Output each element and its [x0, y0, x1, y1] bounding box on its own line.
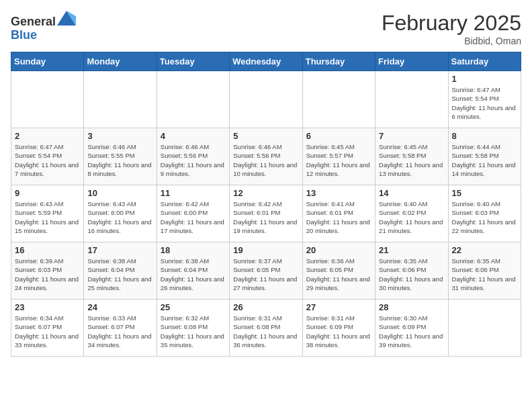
- day-info: Sunrise: 6:45 AMSunset: 5:57 PMDaylight:…: [306, 142, 371, 178]
- calendar-cell: 3Sunrise: 6:46 AMSunset: 5:55 PMDaylight…: [84, 128, 157, 185]
- day-number: 8: [452, 131, 517, 141]
- calendar-cell: 9Sunrise: 6:43 AMSunset: 5:59 PMDaylight…: [11, 185, 84, 242]
- logo-general-text: General: [11, 15, 56, 28]
- calendar-cell: 8Sunrise: 6:44 AMSunset: 5:58 PMDaylight…: [448, 128, 521, 185]
- day-number: 26: [233, 302, 298, 312]
- calendar-cell: [84, 71, 157, 128]
- day-info: Sunrise: 6:41 AMSunset: 6:01 PMDaylight:…: [306, 199, 371, 235]
- calendar-cell: 6Sunrise: 6:45 AMSunset: 5:57 PMDaylight…: [302, 128, 375, 185]
- day-number: 25: [161, 302, 226, 312]
- logo-blue-text: Blue: [11, 28, 37, 42]
- day-info: Sunrise: 6:42 AMSunset: 6:00 PMDaylight:…: [161, 199, 226, 235]
- calendar-cell: 17Sunrise: 6:38 AMSunset: 6:04 PMDayligh…: [84, 242, 157, 300]
- day-number: 2: [15, 131, 80, 141]
- day-number: 28: [379, 302, 444, 312]
- day-info: Sunrise: 6:45 AMSunset: 5:58 PMDaylight:…: [379, 142, 444, 178]
- calendar-cell: 13Sunrise: 6:41 AMSunset: 6:01 PMDayligh…: [302, 185, 375, 242]
- calendar-cell: [230, 71, 302, 128]
- day-number: 10: [87, 188, 152, 198]
- day-info: Sunrise: 6:31 AMSunset: 6:08 PMDaylight:…: [233, 314, 298, 349]
- calendar-cell: [11, 71, 84, 128]
- day-info: Sunrise: 6:35 AMSunset: 6:06 PMDaylight:…: [452, 257, 517, 292]
- col-thursday: Thursday: [302, 52, 375, 71]
- calendar-week-row: 2Sunrise: 6:47 AMSunset: 5:54 PMDaylight…: [11, 128, 521, 185]
- day-number: 17: [87, 245, 152, 255]
- calendar-cell: 11Sunrise: 6:42 AMSunset: 6:00 PMDayligh…: [157, 185, 229, 242]
- day-info: Sunrise: 6:32 AMSunset: 6:08 PMDaylight:…: [161, 314, 226, 349]
- day-info: Sunrise: 6:34 AMSunset: 6:07 PMDaylight:…: [15, 314, 80, 349]
- calendar-table: Sunday Monday Tuesday Wednesday Thursday…: [11, 52, 521, 357]
- day-number: 1: [452, 74, 517, 84]
- day-number: 27: [306, 302, 371, 312]
- day-info: Sunrise: 6:38 AMSunset: 6:04 PMDaylight:…: [161, 257, 226, 292]
- calendar-cell: 7Sunrise: 6:45 AMSunset: 5:58 PMDaylight…: [375, 128, 448, 185]
- day-number: 19: [233, 245, 298, 255]
- day-info: Sunrise: 6:40 AMSunset: 6:02 PMDaylight:…: [379, 199, 444, 235]
- day-info: Sunrise: 6:31 AMSunset: 6:09 PMDaylight:…: [306, 314, 371, 349]
- calendar-cell: 23Sunrise: 6:34 AMSunset: 6:07 PMDayligh…: [11, 300, 84, 357]
- logo: General Blue: [11, 11, 76, 42]
- col-saturday: Saturday: [448, 52, 521, 71]
- calendar-cell: 24Sunrise: 6:33 AMSunset: 6:07 PMDayligh…: [84, 300, 157, 357]
- calendar-cell: [448, 300, 521, 357]
- calendar-week-row: 23Sunrise: 6:34 AMSunset: 6:07 PMDayligh…: [11, 300, 521, 357]
- calendar-cell: 26Sunrise: 6:31 AMSunset: 6:08 PMDayligh…: [230, 300, 302, 357]
- calendar-week-row: 9Sunrise: 6:43 AMSunset: 5:59 PMDaylight…: [11, 185, 521, 242]
- calendar-cell: 1Sunrise: 6:47 AMSunset: 5:54 PMDaylight…: [448, 71, 521, 128]
- day-number: 20: [306, 245, 371, 255]
- calendar-cell: 27Sunrise: 6:31 AMSunset: 6:09 PMDayligh…: [302, 300, 375, 357]
- day-number: 23: [15, 302, 80, 312]
- calendar-cell: 12Sunrise: 6:42 AMSunset: 6:01 PMDayligh…: [230, 185, 302, 242]
- day-number: 24: [87, 302, 152, 312]
- day-number: 11: [161, 188, 226, 198]
- day-number: 16: [15, 245, 80, 255]
- calendar-cell: 25Sunrise: 6:32 AMSunset: 6:08 PMDayligh…: [157, 300, 229, 357]
- calendar-cell: 20Sunrise: 6:36 AMSunset: 6:05 PMDayligh…: [302, 242, 375, 300]
- day-info: Sunrise: 6:46 AMSunset: 5:56 PMDaylight:…: [161, 142, 226, 178]
- calendar-cell: 18Sunrise: 6:38 AMSunset: 6:04 PMDayligh…: [157, 242, 229, 300]
- day-info: Sunrise: 6:39 AMSunset: 6:03 PMDaylight:…: [15, 257, 80, 292]
- day-number: 4: [161, 131, 226, 141]
- col-tuesday: Tuesday: [157, 52, 229, 71]
- calendar-cell: 21Sunrise: 6:35 AMSunset: 6:06 PMDayligh…: [375, 242, 448, 300]
- col-monday: Monday: [84, 52, 157, 71]
- day-info: Sunrise: 6:43 AMSunset: 5:59 PMDaylight:…: [15, 199, 80, 235]
- day-info: Sunrise: 6:46 AMSunset: 5:56 PMDaylight:…: [233, 142, 298, 178]
- day-info: Sunrise: 6:35 AMSunset: 6:06 PMDaylight:…: [379, 257, 444, 292]
- day-number: 6: [306, 131, 371, 141]
- day-info: Sunrise: 6:36 AMSunset: 6:05 PMDaylight:…: [306, 257, 371, 292]
- calendar-week-row: 16Sunrise: 6:39 AMSunset: 6:03 PMDayligh…: [11, 242, 521, 300]
- day-info: Sunrise: 6:40 AMSunset: 6:03 PMDaylight:…: [452, 199, 517, 235]
- day-number: 15: [452, 188, 517, 198]
- calendar-cell: [375, 71, 448, 128]
- location-subtitle: Bidbid, Oman: [382, 36, 521, 46]
- calendar-cell: 15Sunrise: 6:40 AMSunset: 6:03 PMDayligh…: [448, 185, 521, 242]
- calendar-cell: 2Sunrise: 6:47 AMSunset: 5:54 PMDaylight…: [11, 128, 84, 185]
- calendar-cell: 22Sunrise: 6:35 AMSunset: 6:06 PMDayligh…: [448, 242, 521, 300]
- title-block: February 2025 Bidbid, Oman: [382, 11, 521, 46]
- col-friday: Friday: [375, 52, 448, 71]
- day-info: Sunrise: 6:44 AMSunset: 5:58 PMDaylight:…: [452, 142, 517, 178]
- page-header: General Blue February 2025 Bidbid, Oman: [11, 11, 521, 46]
- day-number: 5: [233, 131, 298, 141]
- day-number: 21: [379, 245, 444, 255]
- day-number: 9: [15, 188, 80, 198]
- day-info: Sunrise: 6:47 AMSunset: 5:54 PMDaylight:…: [15, 142, 80, 178]
- day-info: Sunrise: 6:46 AMSunset: 5:55 PMDaylight:…: [87, 142, 152, 178]
- calendar-week-row: 1Sunrise: 6:47 AMSunset: 5:54 PMDaylight…: [11, 71, 521, 128]
- calendar-cell: 16Sunrise: 6:39 AMSunset: 6:03 PMDayligh…: [11, 242, 84, 300]
- calendar-cell: 5Sunrise: 6:46 AMSunset: 5:56 PMDaylight…: [230, 128, 302, 185]
- day-number: 14: [379, 188, 444, 198]
- day-number: 13: [306, 188, 371, 198]
- day-info: Sunrise: 6:47 AMSunset: 5:54 PMDaylight:…: [452, 85, 517, 121]
- calendar-cell: [302, 71, 375, 128]
- calendar-cell: 4Sunrise: 6:46 AMSunset: 5:56 PMDaylight…: [157, 128, 229, 185]
- day-info: Sunrise: 6:42 AMSunset: 6:01 PMDaylight:…: [233, 199, 298, 235]
- day-info: Sunrise: 6:38 AMSunset: 6:04 PMDaylight:…: [87, 257, 152, 292]
- calendar-cell: 10Sunrise: 6:43 AMSunset: 6:00 PMDayligh…: [84, 185, 157, 242]
- col-sunday: Sunday: [11, 52, 84, 71]
- calendar-cell: 28Sunrise: 6:30 AMSunset: 6:09 PMDayligh…: [375, 300, 448, 357]
- day-number: 7: [379, 131, 444, 141]
- calendar-cell: 19Sunrise: 6:37 AMSunset: 6:05 PMDayligh…: [230, 242, 302, 300]
- day-info: Sunrise: 6:30 AMSunset: 6:09 PMDaylight:…: [379, 314, 444, 349]
